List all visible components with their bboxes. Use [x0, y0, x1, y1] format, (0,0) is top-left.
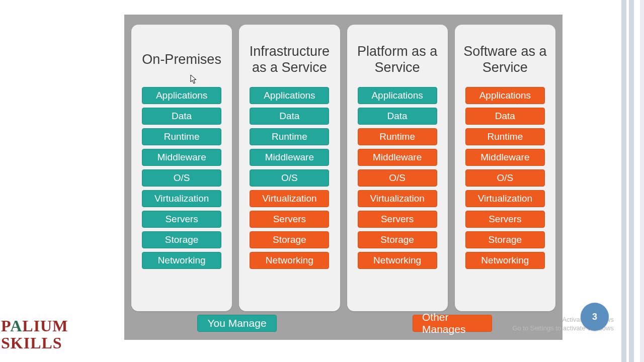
layer-box: Middleware — [250, 149, 329, 166]
layer-box: Servers — [358, 211, 437, 228]
layer-box: Applications — [465, 87, 545, 104]
layer-box: Applications — [250, 87, 329, 104]
model-column: Platform as a ServiceApplicationsDataRun… — [347, 25, 448, 311]
layer-box: Runtime — [142, 128, 221, 145]
layer-stack: ApplicationsDataRuntimeMiddlewareO/SVirt… — [244, 87, 335, 269]
logo-text: SKILLS — [1, 334, 62, 352]
frame-rule — [629, 0, 634, 362]
diagram-panel: On-PremisesApplicationsDataRuntimeMiddle… — [124, 15, 562, 340]
logo-text: P — [1, 317, 10, 335]
layer-box: Data — [465, 108, 545, 125]
layer-box: Data — [358, 108, 437, 125]
model-column: Software as a ServiceApplicationsDataRun… — [455, 25, 555, 311]
layer-box: Applications — [142, 87, 221, 104]
page-number-badge: 3 — [581, 303, 609, 331]
layer-box: Runtime — [250, 128, 329, 145]
layer-stack: ApplicationsDataRuntimeMiddlewareO/SVirt… — [352, 87, 443, 269]
column-title: Software as a Service — [460, 32, 550, 87]
layer-box: Virtualization — [250, 190, 329, 207]
legend: You Manage Other Manages — [124, 315, 562, 335]
frame-edge — [640, 0, 644, 362]
layer-box: Storage — [358, 231, 437, 248]
legend-you-manage: You Manage — [197, 315, 277, 332]
layer-box: Networking — [250, 252, 329, 269]
columns-container: On-PremisesApplicationsDataRuntimeMiddle… — [124, 15, 562, 311]
brand-logo: PALIUM SKILLS — [1, 318, 68, 351]
logo-text: LIUM — [22, 317, 68, 335]
layer-box: Virtualization — [142, 190, 221, 207]
frame-rule — [621, 0, 626, 362]
layer-box: Networking — [142, 252, 221, 269]
layer-box: O/S — [358, 169, 437, 187]
layer-stack: ApplicationsDataRuntimeMiddlewareO/SVirt… — [136, 87, 227, 269]
layer-box: Middleware — [358, 149, 437, 166]
logo-text: A — [10, 317, 22, 335]
layer-box: O/S — [250, 169, 329, 187]
layer-stack: ApplicationsDataRuntimeMiddlewareO/SVirt… — [460, 87, 550, 269]
layer-box: Runtime — [358, 128, 437, 145]
layer-box: Data — [142, 108, 221, 125]
model-column: On-PremisesApplicationsDataRuntimeMiddle… — [131, 25, 232, 311]
layer-box: Servers — [465, 211, 545, 228]
layer-box: Networking — [358, 252, 437, 269]
layer-box: Middleware — [142, 149, 221, 166]
column-title: Infrastructure as a Service — [244, 32, 335, 87]
layer-box: Middleware — [465, 149, 545, 166]
layer-box: Networking — [465, 252, 545, 269]
legend-other-manages: Other Manages — [413, 315, 492, 332]
layer-box: Data — [250, 108, 329, 125]
layer-box: O/S — [465, 169, 545, 187]
layer-box: Applications — [358, 87, 437, 104]
layer-box: Storage — [142, 231, 221, 248]
layer-box: Servers — [142, 211, 221, 228]
layer-box: Storage — [250, 231, 329, 248]
model-column: Infrastructure as a ServiceApplicationsD… — [239, 25, 340, 311]
column-title: On-Premises — [142, 32, 221, 87]
slide: On-PremisesApplicationsDataRuntimeMiddle… — [0, 0, 644, 362]
column-title: Platform as a Service — [352, 32, 443, 87]
layer-box: Storage — [465, 231, 545, 248]
layer-box: Servers — [250, 211, 329, 228]
layer-box: Virtualization — [465, 190, 545, 207]
layer-box: Runtime — [465, 128, 545, 145]
layer-box: O/S — [142, 169, 221, 187]
layer-box: Virtualization — [358, 190, 437, 207]
